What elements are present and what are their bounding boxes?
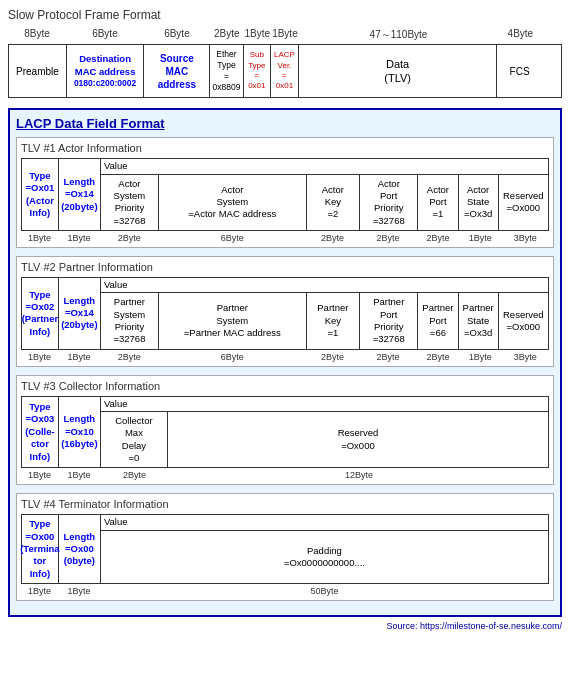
tlv4-byte-row: 1Byte 1Byte 50Byte (21, 586, 549, 596)
tlv2-partner-state: PartnerState=Ox3d (459, 293, 499, 348)
source-link[interactable]: Source: https://milestone-of-se.nesuke.c… (8, 621, 562, 631)
frame-table: Preamble DestinationMAC address0180:c200… (8, 44, 562, 98)
frame-cell-data-tlv: Data(TLV) (299, 45, 498, 97)
tlv2-partner-port-prio: PartnerPortPriority=32768 (360, 293, 418, 348)
tlv3-title: TLV #3 Collector Information (21, 380, 549, 392)
tlv1-actor-port-prio: ActorPortPriority=32768 (360, 175, 418, 230)
byte-label-lacp: 1Byte (271, 28, 299, 42)
tlv2-type: Type=Ox02(PartnerInfo) (22, 278, 59, 349)
tlv1-actor-port: ActorPort=1 (418, 175, 458, 230)
tlv3-value: Value CollectorMaxDelay=0 Reserved=Ox000 (101, 397, 548, 468)
tlv4-length: Length=Ox00(0byte) (59, 515, 101, 583)
frame-cell-sub-type: SubType=0x01 (244, 45, 272, 97)
byte-label-src: 6Byte (144, 28, 210, 42)
frame-cell-dst-mac: DestinationMAC address0180:c200:0002 (67, 45, 144, 97)
tlv2-block: TLV #2 Partner Information Type=Ox02(Par… (16, 256, 554, 367)
tlv2-byte-row: 1Byte 1Byte 2Byte 6Byte 2Byte 2Byte 2Byt… (21, 352, 549, 362)
lacp-section: LACP Data Field Format TLV #1 Actor Info… (8, 108, 562, 617)
tlv4-type: Type=Ox00(TerminatorInfo) (22, 515, 59, 583)
frame-cell-fcs: FCS (497, 45, 541, 97)
tlv3-reserved: Reserved=Ox000 (168, 412, 548, 467)
slow-frame-section: 8Byte 6Byte 6Byte 2Byte 1Byte 1Byte 47～1… (8, 28, 562, 98)
tlv1-row: Type=Ox01(ActorInfo) Length=Ox14(20byte)… (21, 158, 549, 231)
tlv4-padding: Padding=Ox0000000000.... (101, 531, 548, 583)
tlv2-partner-sys: PartnerSystem=Partner MAC address (159, 293, 307, 348)
frame-cell-src-mac: SourceMAC address (144, 45, 210, 97)
tlv1-actor-state: ActorState=Ox3d (459, 175, 499, 230)
byte-label-data: 47～110Byte (299, 28, 498, 42)
tlv2-partner-port: PartnerPort=66 (418, 293, 458, 348)
byte-label-preamble: 8Byte (8, 28, 66, 42)
tlv3-byte-row: 1Byte 1Byte 2Byte 12Byte (21, 470, 549, 480)
byte-label-sub: 1Byte (243, 28, 271, 42)
tlv1-length: Length=Ox14(20byte) (59, 159, 101, 230)
tlv2-partner-reserved: Reserved=Ox000 (499, 293, 548, 348)
tlv2-value: Value PartnerSystemPriority=32768 Partne… (101, 278, 548, 349)
tlv2-partner-sys-prio: PartnerSystemPriority=32768 (101, 293, 159, 348)
tlv4-value: Value Padding=Ox0000000000.... (101, 515, 548, 583)
tlv3-block: TLV #3 Collector Information Type=Ox03(C… (16, 375, 554, 486)
tlv1-value: Value ActorSystemPriority=32768 ActorSys… (101, 159, 548, 230)
tlv1-actor-sys: ActorSystem=Actor MAC address (159, 175, 307, 230)
tlv4-row: Type=Ox00(TerminatorInfo) Length=Ox00(0b… (21, 514, 549, 584)
byte-label-dst: 6Byte (66, 28, 144, 42)
tlv1-block: TLV #1 Actor Information Type=Ox01(Actor… (16, 137, 554, 248)
tlv3-row: Type=Ox03(Colle-ctorInfo) Length=Ox10(16… (21, 396, 549, 469)
frame-cell-preamble: Preamble (9, 45, 67, 97)
tlv1-actor-key: ActorKey=2 (307, 175, 361, 230)
tlv3-type: Type=Ox03(Colle-ctorInfo) (22, 397, 59, 468)
tlv2-partner-key: PartnerKey=1 (307, 293, 361, 348)
frame-byte-labels: 8Byte 6Byte 6Byte 2Byte 1Byte 1Byte 47～1… (8, 28, 562, 42)
tlv1-title: TLV #1 Actor Information (21, 142, 549, 154)
tlv2-row: Type=Ox02(PartnerInfo) Length=Ox14(20byt… (21, 277, 549, 350)
tlv3-length: Length=Ox10(16byte) (59, 397, 101, 468)
tlv3-collector-max-delay: CollectorMaxDelay=0 (101, 412, 168, 467)
tlv1-actor-sys-prio: ActorSystemPriority=32768 (101, 175, 159, 230)
tlv1-byte-row: 1Byte 1Byte 2Byte 6Byte 2Byte 2Byte 2Byt… (21, 233, 549, 243)
byte-label-ether: 2Byte (210, 28, 243, 42)
frame-cell-ether-type: EtherType=0x8809 (210, 45, 243, 97)
tlv2-length: Length=Ox14(20byte) (59, 278, 101, 349)
frame-cell-lacp-ver: LACPVer.=0x01 (271, 45, 299, 97)
tlv4-block: TLV #4 Terminator Information Type=Ox00(… (16, 493, 554, 601)
tlv2-title: TLV #2 Partner Information (21, 261, 549, 273)
lacp-title: LACP Data Field Format (16, 116, 554, 131)
tlv1-actor-reserved: Reserved=Ox000 (499, 175, 548, 230)
tlv4-title: TLV #4 Terminator Information (21, 498, 549, 510)
byte-label-fcs: 4Byte (498, 28, 542, 42)
tlv1-type: Type=Ox01(ActorInfo) (22, 159, 59, 230)
page-title: Slow Protocol Frame Format (8, 8, 562, 22)
